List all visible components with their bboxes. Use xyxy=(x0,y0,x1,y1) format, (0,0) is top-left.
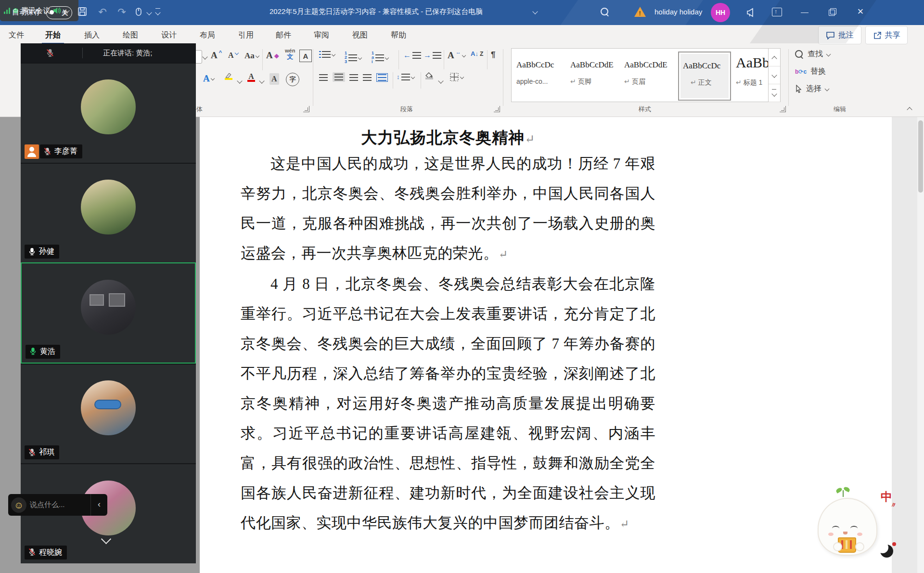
styles-scroll-down-button[interactable] xyxy=(769,66,780,84)
grow-font-button[interactable]: A^ xyxy=(211,50,222,61)
tab-home[interactable]: 开始 xyxy=(45,25,61,45)
sticker-sprout xyxy=(843,490,844,497)
numbering-button[interactable]: 123 xyxy=(345,51,361,64)
share-icon xyxy=(873,31,882,39)
participant-name-label: 李彦菁 xyxy=(40,144,82,158)
touch-mode-dropdown-icon[interactable] xyxy=(146,10,152,15)
search-icon[interactable] xyxy=(601,8,610,17)
meeting-chat-pill[interactable]: ☺ 说点什么... ‹ xyxy=(8,494,107,516)
save-icon[interactable] xyxy=(77,6,90,19)
participant-name-label: 祁琪 xyxy=(25,445,59,459)
multilevel-list-button[interactable]: 1ai xyxy=(372,51,388,64)
tab-insert[interactable]: 插入 xyxy=(84,25,100,45)
font-dialog-launcher[interactable] xyxy=(303,106,309,112)
decrease-indent-button[interactable]: ← xyxy=(403,51,421,60)
document-text-column: 大力弘扬北京冬奥精神↵ 这是中国人民的成功，这是世界人民的成功！历经 7 年艰辛… xyxy=(241,127,655,539)
undo-icon[interactable]: ↶ xyxy=(96,6,109,19)
signal-bars-icon xyxy=(4,7,10,14)
document-page[interactable]: 大力弘扬北京冬奥精神↵ 这是中国人民的成功，这是世界人民的成功！历经 7 年艰辛… xyxy=(200,117,892,573)
account-name[interactable]: holiday holiday xyxy=(654,8,702,16)
shrink-font-button[interactable]: A xyxy=(228,51,238,60)
tab-draw[interactable]: 绘图 xyxy=(123,25,138,45)
redo-icon[interactable]: ↷ xyxy=(116,6,128,19)
video-tile[interactable]: 孙健 xyxy=(21,163,196,263)
minimize-button[interactable] xyxy=(794,0,816,24)
distribute-button[interactable] xyxy=(376,73,388,82)
find-button[interactable]: 查找 xyxy=(795,49,830,59)
autosave-toggle[interactable]: 关 xyxy=(46,6,72,19)
video-tile-speaking[interactable]: 黄浩 xyxy=(21,262,196,364)
close-button[interactable]: × xyxy=(848,0,873,24)
bullets-button[interactable] xyxy=(319,51,335,58)
cursor-arrow-icon xyxy=(795,85,802,93)
title-bar: 自动保存 关 ↶ ↷ 2022年5月主题党日活动学习内容 - 兼容性模式 - 已… xyxy=(0,0,924,25)
style-normal[interactable]: AaBbCcDc↵ 正文 xyxy=(678,52,731,101)
line-spacing-button[interactable]: ↕ xyxy=(397,73,414,80)
scroll-down-chevron[interactable] xyxy=(99,535,118,544)
increase-indent-button[interactable]: → xyxy=(424,51,441,60)
character-border-button[interactable]: A xyxy=(299,50,312,62)
document-heading: 大力弘扬北京冬奥精神↵ xyxy=(241,127,655,149)
toggle-knob xyxy=(50,10,54,14)
touch-mode-icon[interactable] xyxy=(134,6,146,19)
sticker-dot xyxy=(892,542,896,546)
tab-review[interactable]: 审阅 xyxy=(314,25,329,45)
tab-help[interactable]: 帮助 xyxy=(391,25,406,45)
character-shading-button[interactable]: A xyxy=(270,73,279,85)
select-button[interactable]: 选择 xyxy=(795,84,829,94)
styles-dialog-launcher[interactable] xyxy=(780,106,786,112)
warning-icon[interactable]: ! xyxy=(634,7,646,17)
participant-name-label: 程晓婉 xyxy=(25,546,67,560)
style-header[interactable]: AaBbCcDdE↵ 页眉 xyxy=(624,52,674,99)
show-marks-button[interactable]: ¶ xyxy=(491,50,495,60)
text-highlight-button[interactable] xyxy=(224,72,233,80)
character-scaling-button[interactable]: A↔ xyxy=(448,50,465,61)
video-tile[interactable]: 李彦菁 xyxy=(21,63,196,163)
align-center-button[interactable] xyxy=(333,72,345,82)
restore-button[interactable] xyxy=(821,0,843,24)
replace-button[interactable]: b⟳c 替换 xyxy=(795,66,826,77)
collapse-ribbon-icon[interactable] xyxy=(908,105,915,112)
tab-design[interactable]: 设计 xyxy=(161,25,177,45)
mic-muted-icon xyxy=(28,448,37,457)
style-apple-co[interactable]: AaBbCcDcapple-co... xyxy=(516,52,566,99)
feedback-megaphone-icon[interactable] xyxy=(745,7,757,18)
borders-button[interactable] xyxy=(449,72,463,82)
style-footer[interactable]: AaBbCcDdE↵ 页脚 xyxy=(570,52,620,99)
tab-file[interactable]: 文件 xyxy=(9,25,24,45)
text-effects-button[interactable]: A xyxy=(203,73,214,84)
tab-layout[interactable]: 布局 xyxy=(200,25,215,45)
sort-button[interactable]: A↓Z xyxy=(471,50,483,57)
share-button[interactable]: 共享 xyxy=(865,26,908,44)
quick-access-more-icon[interactable] xyxy=(155,7,161,15)
emoji-icon[interactable]: ☺ xyxy=(11,497,26,513)
highlight-dropdown-icon[interactable] xyxy=(237,78,242,83)
clear-formatting-button[interactable]: A◆ xyxy=(266,50,279,61)
chat-input-placeholder[interactable]: 说点什么... xyxy=(30,500,90,509)
paragraph-dialog-launcher[interactable] xyxy=(494,106,500,112)
chat-collapse-icon[interactable]: ‹ xyxy=(90,494,107,516)
account-avatar[interactable]: HH xyxy=(711,3,730,22)
phonetic-guide-button[interactable]: wén文 xyxy=(285,48,295,60)
shading-bucket-button[interactable] xyxy=(425,72,433,79)
ribbon-display-options-icon[interactable]: ↑ xyxy=(772,8,782,16)
enclose-characters-button[interactable]: 字 xyxy=(286,73,299,86)
font-color-button[interactable]: A xyxy=(247,72,255,82)
video-tile[interactable]: 祁琪 xyxy=(21,364,196,464)
tab-mailings[interactable]: 邮件 xyxy=(276,25,291,45)
change-case-button[interactable]: Aa xyxy=(244,51,259,61)
style-heading1[interactable]: AaBb↵ 标题 1 xyxy=(736,52,769,99)
font-color-dropdown-icon[interactable] xyxy=(259,78,264,83)
align-left-button[interactable] xyxy=(319,74,328,81)
scrollbar-thumb[interactable] xyxy=(918,120,923,193)
font-size-dropdown-icon[interactable] xyxy=(202,54,207,59)
mic-speaking-icon xyxy=(29,347,38,356)
shading-dropdown-icon[interactable] xyxy=(438,78,443,83)
align-right-button[interactable] xyxy=(349,74,358,81)
styles-more-button[interactable] xyxy=(769,84,780,102)
styles-scroll-up-button[interactable] xyxy=(769,49,780,66)
tab-references[interactable]: 引用 xyxy=(238,25,254,45)
justify-button[interactable] xyxy=(363,74,372,81)
tab-view[interactable]: 视图 xyxy=(352,25,368,45)
styles-gallery: AaBbCcDcapple-co... AaBbCcDdE↵ 页脚 AaBbCc… xyxy=(511,48,781,102)
